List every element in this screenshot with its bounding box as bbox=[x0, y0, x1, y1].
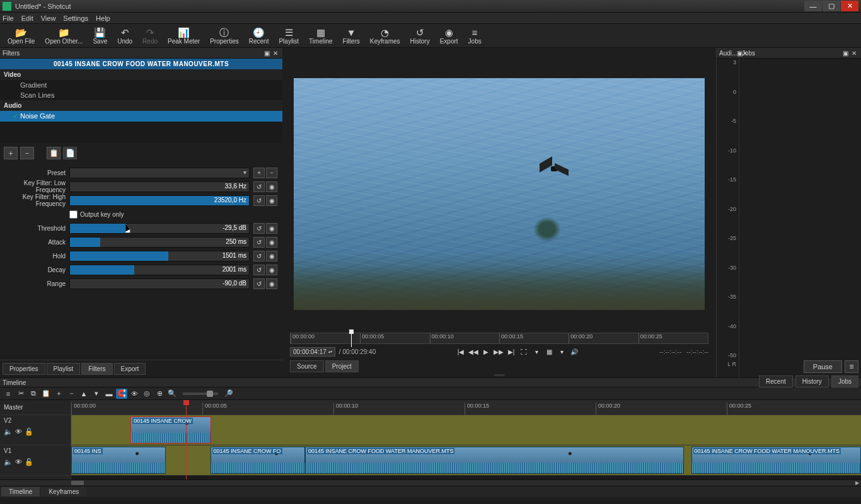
tl-snap-button[interactable]: 🧲 bbox=[116, 389, 127, 399]
menu-edit[interactable]: Edit bbox=[21, 14, 33, 22]
btab-timeline[interactable]: Timeline bbox=[1, 487, 40, 496]
toolbar-undo[interactable]: ↶Undo bbox=[112, 26, 137, 46]
preset-add-button[interactable]: ＋ bbox=[253, 168, 265, 178]
splitter-grip[interactable]: ═══ bbox=[282, 372, 716, 377]
param-keyframe-threshold[interactable]: ◉ bbox=[266, 223, 277, 234]
rewind-button[interactable]: ◀◀ bbox=[468, 346, 479, 357]
panel-close-icon[interactable]: ✕ bbox=[271, 50, 280, 57]
timeline-ruler[interactable]: 00:00:0000:00:0500:00:1000:00:1500:00:20… bbox=[71, 400, 861, 415]
track-v2[interactable]: 00145 INSANE CROW bbox=[71, 415, 861, 445]
tl-menu-button[interactable]: ≡ bbox=[3, 389, 14, 399]
window-close[interactable]: ✕ bbox=[841, 1, 858, 11]
param-reset-threshold[interactable]: ↺ bbox=[253, 223, 265, 234]
timeline-playhead[interactable] bbox=[186, 400, 187, 479]
window-minimize[interactable]: — bbox=[804, 1, 822, 11]
btab-keyframes[interactable]: Keyframes bbox=[41, 487, 86, 496]
param-reset-range[interactable]: ↺ bbox=[253, 278, 265, 289]
toolbar-properties[interactable]: ⓘProperties bbox=[205, 26, 244, 46]
tl-rippleall-button[interactable]: ⊕ bbox=[154, 389, 165, 399]
filter-noisegate[interactable]: ✓Noise Gate bbox=[0, 111, 282, 122]
jobs-detach-icon[interactable]: ▣ bbox=[841, 50, 850, 57]
timeline-clip[interactable]: 00145 INSANE CROW FOOD WATER MANOUVER.MT… bbox=[691, 447, 861, 474]
param-keyframe-decay[interactable]: ◉ bbox=[266, 265, 277, 275]
param-slider-low_freq[interactable]: 33,6 Hz bbox=[69, 181, 250, 192]
scroll-thumb[interactable] bbox=[71, 481, 84, 485]
preview-video[interactable] bbox=[294, 78, 705, 310]
tl-split-button[interactable]: ▬ bbox=[103, 389, 115, 399]
tl-cut-button[interactable]: ✂ bbox=[15, 389, 26, 399]
toolbar-playlist[interactable]: ☰Playlist bbox=[274, 26, 304, 46]
toolbar-recent[interactable]: 🕘Recent bbox=[244, 26, 274, 46]
param-keyframe-hold[interactable]: ◉ bbox=[266, 251, 277, 261]
panel-detach-icon[interactable]: ▣ bbox=[262, 50, 271, 57]
remove-filter-button[interactable]: － bbox=[20, 147, 34, 159]
volume-button[interactable]: 🔊 bbox=[569, 346, 580, 357]
param-reset-low_freq[interactable]: ↺ bbox=[253, 181, 265, 192]
tab-recent[interactable]: Recent bbox=[759, 375, 793, 387]
audio-close-icon[interactable]: ✕ bbox=[743, 50, 748, 57]
tl-paste-button[interactable]: 📋 bbox=[40, 389, 52, 399]
tl-remove-button[interactable]: － bbox=[66, 389, 77, 399]
track-head-master[interactable]: Master bbox=[0, 400, 71, 415]
window-maximize[interactable]: ▢ bbox=[823, 1, 840, 11]
zoom-fit-button[interactable]: ⛶ bbox=[518, 346, 529, 357]
tab-history[interactable]: History bbox=[795, 375, 829, 387]
tab-export[interactable]: Export bbox=[114, 363, 146, 375]
toolbar-filters[interactable]: ▼Filters bbox=[338, 26, 365, 46]
param-reset-attack[interactable]: ↺ bbox=[253, 237, 265, 248]
tab-jobs[interactable]: Jobs bbox=[831, 375, 858, 387]
toolbar-jobs[interactable]: ≡Jobs bbox=[463, 26, 487, 46]
mute-icon[interactable]: 🔈 bbox=[4, 458, 13, 466]
lock-icon[interactable]: 🔓 bbox=[25, 428, 33, 436]
filter-scanlines[interactable]: Scan Lines bbox=[0, 90, 282, 100]
tl-zoomout-button[interactable]: 🔍 bbox=[166, 389, 178, 399]
grid-dropdown-button[interactable]: ▾ bbox=[556, 346, 567, 357]
param-keyframe-attack[interactable]: ◉ bbox=[266, 237, 277, 248]
timeline-clip[interactable]: 00145 INSANE CROW bbox=[130, 416, 211, 444]
tl-copy-button[interactable]: ⧉ bbox=[28, 389, 39, 399]
grid-button[interactable]: ▦ bbox=[543, 346, 555, 357]
param-slider-high_freq[interactable]: 23520,0 Hz bbox=[69, 195, 250, 206]
tl-overwrite-button[interactable]: ▾ bbox=[91, 389, 102, 399]
paste-filter-button[interactable]: 📄 bbox=[63, 147, 77, 159]
mute-icon[interactable]: 🔈 bbox=[4, 428, 13, 436]
toolbar-timeline[interactable]: ▦Timeline bbox=[304, 26, 337, 46]
track-head-v2[interactable]: V2 🔈👁🔓 bbox=[0, 415, 71, 445]
toolbar-save[interactable]: 💾Save bbox=[88, 26, 112, 46]
param-slider-range[interactable]: -90,0 dB bbox=[69, 278, 250, 289]
toolbar-export[interactable]: ◉Export bbox=[435, 26, 463, 46]
pause-menu-button[interactable]: ≡ bbox=[845, 360, 858, 373]
timeline-clip[interactable]: 00145 INSANE CROW FO bbox=[211, 447, 305, 474]
menu-settings[interactable]: Settings bbox=[63, 14, 88, 22]
toolbar-redo[interactable]: ↷Redo bbox=[137, 26, 163, 46]
menu-view[interactable]: View bbox=[41, 14, 56, 22]
toolbar-open-file[interactable]: 📂Open File bbox=[3, 26, 40, 46]
zoom-dropdown-button[interactable]: ▾ bbox=[531, 346, 542, 357]
scroll-right-icon[interactable]: ▶ bbox=[853, 480, 861, 486]
track-v1[interactable]: 00145 INS00145 INSANE CROW FO00145 INSAN… bbox=[71, 445, 861, 476]
timecode-current[interactable]: 00:00:04:17▴▾ bbox=[290, 347, 335, 357]
pause-button[interactable]: Pause bbox=[804, 360, 842, 373]
jobs-close-icon[interactable]: ✕ bbox=[850, 50, 858, 57]
param-reset-high_freq[interactable]: ↺ bbox=[253, 195, 265, 206]
toolbar-open-other-[interactable]: 📁Open Other... bbox=[40, 26, 88, 46]
param-keyframe-range[interactable]: ◉ bbox=[266, 278, 277, 289]
param-slider-hold[interactable]: 1501 ms bbox=[69, 251, 250, 261]
tl-zoomin-button[interactable]: 🔎 bbox=[223, 389, 234, 399]
tab-playlist[interactable]: Playlist bbox=[47, 363, 81, 375]
play-button[interactable]: ▶ bbox=[480, 346, 492, 357]
menu-help[interactable]: Help bbox=[96, 14, 110, 22]
timeline-clip[interactable]: 00145 INSANE CROW FOOD WATER MANOUVER.MT… bbox=[305, 447, 684, 474]
tab-source[interactable]: Source bbox=[290, 360, 324, 372]
preset-remove-button[interactable]: － bbox=[266, 168, 277, 178]
output-key-checkbox[interactable]: Output key only bbox=[69, 210, 124, 219]
toolbar-keyframes[interactable]: ◔Keyframes bbox=[365, 26, 405, 46]
toolbar-peak-meter[interactable]: 📊Peak Meter bbox=[163, 26, 205, 46]
param-reset-decay[interactable]: ↺ bbox=[253, 265, 265, 275]
audio-detach-icon[interactable]: ▣ bbox=[737, 50, 743, 57]
tab-filters[interactable]: Filters bbox=[81, 363, 112, 375]
preset-dropdown[interactable] bbox=[69, 168, 250, 178]
skip-end-button[interactable]: ▶| bbox=[506, 346, 517, 357]
add-filter-button[interactable]: ＋ bbox=[4, 147, 18, 159]
timeline-clip[interactable]: 00145 INS bbox=[71, 447, 166, 474]
